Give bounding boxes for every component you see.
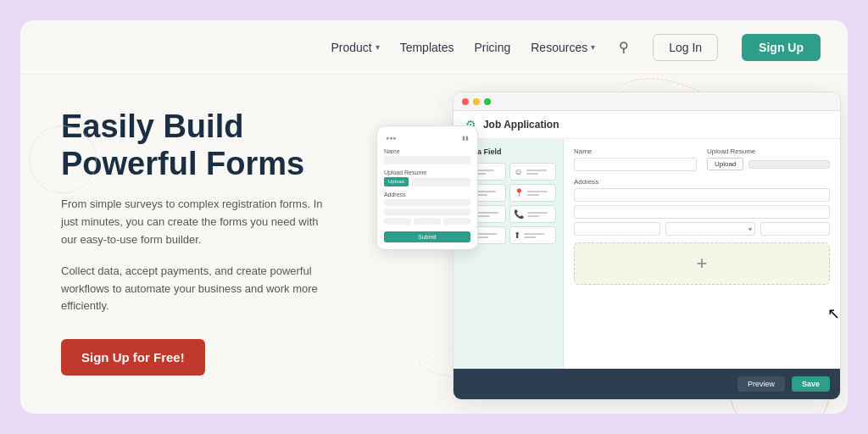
nav-product[interactable]: Product ▾ bbox=[331, 41, 379, 54]
location-icon: 📍 bbox=[514, 188, 524, 198]
form-upload-label: Upload Resume bbox=[707, 147, 830, 155]
traffic-light-red bbox=[462, 98, 469, 105]
form-address-city[interactable] bbox=[574, 222, 660, 236]
form-col-address: Address ▾ bbox=[574, 178, 830, 236]
traffic-light-yellow bbox=[473, 98, 480, 105]
login-button[interactable]: Log In bbox=[653, 34, 718, 61]
mobile-address-input-2 bbox=[384, 209, 470, 215]
add-field-button[interactable]: + bbox=[574, 242, 830, 285]
desktop-form-mockup: ⚙ Job Application Add a Field A bbox=[453, 92, 841, 400]
desktop-form-footer: Preview Save bbox=[453, 369, 840, 399]
main-card: Product ▾ Templates Pricing Resources ▾ … bbox=[20, 20, 848, 414]
form-address-label: Address bbox=[574, 178, 830, 186]
hero-description-1: From simple surveys to complex registrat… bbox=[61, 196, 332, 248]
field-item-location[interactable]: 📍 bbox=[509, 184, 556, 202]
nav-templates[interactable]: Templates bbox=[400, 41, 454, 54]
preview-button[interactable]: Preview bbox=[737, 376, 785, 392]
form-address-row2: ▾ bbox=[574, 222, 830, 236]
mobile-address-row bbox=[384, 218, 470, 225]
resources-chevron-icon: ▾ bbox=[591, 42, 595, 52]
form-address-input-2[interactable] bbox=[574, 205, 830, 219]
mobile-form-mockup: ●●● ▮▮ Name Upload Resume Upload Address bbox=[376, 125, 478, 250]
field-item-phone[interactable]: 📞 bbox=[509, 205, 556, 223]
form-col-name: Name bbox=[574, 147, 697, 171]
traffic-light-green bbox=[484, 98, 491, 105]
mobile-upload-label: Upload Resume bbox=[384, 170, 470, 175]
form-address-grid: ▾ bbox=[574, 188, 830, 236]
select-arrow-icon: ▾ bbox=[748, 225, 752, 233]
mobile-upload-row: Upload bbox=[384, 177, 470, 186]
mobile-name-label: Name bbox=[384, 148, 470, 154]
nav-resources[interactable]: Resources ▾ bbox=[531, 41, 595, 54]
page-wrapper: Product ▾ Templates Pricing Resources ▾ … bbox=[0, 0, 868, 434]
field-item-rating[interactable]: ☺ bbox=[509, 163, 556, 181]
desktop-form-header: ⚙ Job Application bbox=[453, 111, 840, 139]
field-item-upload[interactable]: ⬆ bbox=[509, 226, 556, 244]
mobile-address-label: Address bbox=[384, 192, 470, 198]
mobile-address-input-1 bbox=[384, 199, 470, 206]
mobile-address-city bbox=[384, 218, 411, 225]
hero-title: Easily Build Powerful Forms bbox=[61, 108, 341, 182]
cta-button[interactable]: Sign Up for Free! bbox=[61, 339, 205, 376]
form-upload-row: Upload bbox=[707, 158, 830, 170]
mobile-upload-button[interactable]: Upload bbox=[384, 177, 409, 186]
hero-section: Easily Build Powerful Forms From simple … bbox=[20, 75, 368, 414]
form-preview-section: ●●● ▮▮ Name Upload Resume Upload Address bbox=[368, 75, 848, 414]
form-editor-area: Name Upload Resume Upload bbox=[564, 139, 840, 399]
plus-icon: + bbox=[697, 253, 708, 275]
main-content: Easily Build Powerful Forms From simple … bbox=[20, 75, 848, 414]
nav-pricing[interactable]: Pricing bbox=[474, 41, 510, 54]
nav-links: Product ▾ Templates Pricing Resources ▾ bbox=[331, 41, 595, 54]
form-name-label: Name bbox=[574, 147, 697, 155]
form-upload-button[interactable]: Upload bbox=[707, 158, 743, 170]
save-button[interactable]: Save bbox=[792, 376, 830, 392]
product-chevron-icon: ▾ bbox=[376, 42, 380, 52]
mobile-status-bar: ●●● ▮▮ bbox=[384, 135, 470, 142]
form-row-address: Address ▾ bbox=[574, 178, 830, 236]
desktop-form-body: Add a Field A bbox=[453, 139, 840, 399]
deco-circle-left bbox=[29, 125, 97, 193]
mobile-name-input bbox=[384, 156, 470, 164]
signup-nav-button[interactable]: Sign Up bbox=[742, 34, 821, 61]
smiley-icon: ☺ bbox=[514, 167, 522, 176]
hero-description-2: Collect data, accept payments, and creat… bbox=[61, 263, 332, 315]
form-address-input-1[interactable] bbox=[574, 188, 830, 202]
desktop-form-title: Job Application bbox=[483, 119, 559, 131]
phone-icon: 📞 bbox=[514, 209, 524, 219]
navbar: Product ▾ Templates Pricing Resources ▾ … bbox=[20, 20, 848, 75]
form-col-upload: Upload Resume Upload bbox=[707, 147, 830, 171]
desktop-titlebar bbox=[453, 92, 840, 111]
form-row-name-upload: Name Upload Resume Upload bbox=[574, 147, 830, 171]
search-icon[interactable]: ⚲ bbox=[619, 39, 629, 55]
form-name-input[interactable] bbox=[574, 158, 697, 171]
upload-icon: ⬆ bbox=[514, 231, 520, 240]
form-address-zip[interactable] bbox=[760, 222, 830, 236]
mobile-submit-button[interactable]: Submit bbox=[384, 231, 470, 242]
form-upload-bar bbox=[748, 160, 830, 169]
form-address-state-select[interactable]: ▾ bbox=[665, 222, 754, 236]
